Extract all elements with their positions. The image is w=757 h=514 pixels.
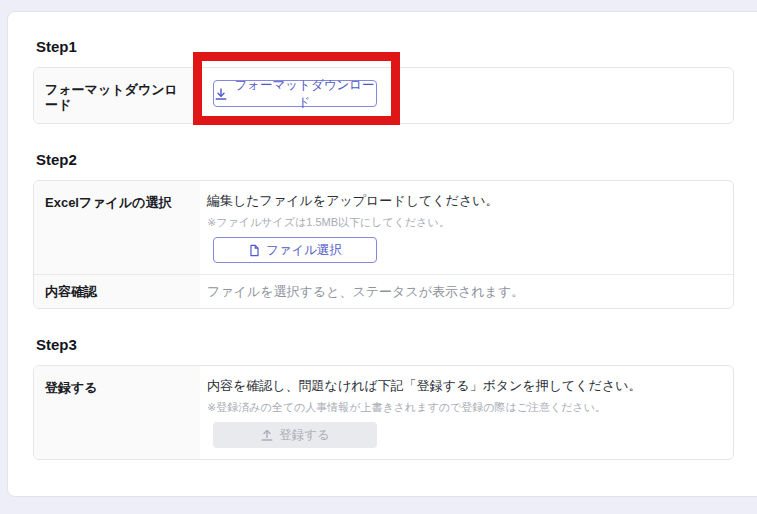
table-row: 内容確認 ファイルを選択すると、ステータスが表示されます。	[34, 274, 733, 308]
file-select-button[interactable]: ファイル選択	[213, 237, 377, 263]
overwrite-warning-note: ※登録済みの全ての人事情報が上書きされますので登録の際はご注意ください。	[207, 400, 725, 414]
content-card: Step1 フォーマットダウンロード フォーマットダウンロード	[7, 11, 757, 497]
section-step1: Step1 フォーマットダウンロード フォーマットダウンロード	[33, 38, 742, 124]
table-row: 登録する 内容を確認し、問題なければ下記「登録する」ボタンを押してください。 ※…	[34, 366, 733, 459]
format-download-button[interactable]: フォーマットダウンロード	[213, 80, 377, 107]
button-label: ファイル選択	[266, 242, 342, 259]
row-content: 内容を確認し、問題なければ下記「登録する」ボタンを押してください。 ※登録済みの…	[200, 366, 733, 459]
upload-instruction-text: 編集したファイルをアップロードしてください。	[207, 192, 725, 210]
file-size-note: ※ファイルサイズは1.5MB以下にしてください。	[207, 215, 725, 229]
file-icon	[248, 244, 261, 257]
section-step2: Step2 Excelファイルの選択 編集したファイルをアップロードしてください…	[33, 151, 742, 309]
step1-table: フォーマットダウンロード フォーマットダウンロード	[33, 67, 734, 124]
step3-table: 登録する 内容を確認し、問題なければ下記「登録する」ボタンを押してください。 ※…	[33, 365, 734, 460]
register-instruction-text: 内容を確認し、問題なければ下記「登録する」ボタンを押してください。	[207, 377, 725, 395]
step1-heading: Step1	[36, 38, 742, 55]
status-placeholder-text: ファイルを選択すると、ステータスが表示されます。	[207, 284, 725, 299]
row-label-excel-file-select: Excelファイルの選択	[34, 181, 200, 274]
row-label-format-download: フォーマットダウンロード	[34, 68, 200, 123]
step3-heading: Step3	[36, 336, 742, 353]
step2-table: Excelファイルの選択 編集したファイルをアップロードしてください。 ※ファイ…	[33, 180, 734, 309]
button-label: フォーマットダウンロード	[233, 77, 376, 111]
section-step3: Step3 登録する 内容を確認し、問題なければ下記「登録する」ボタンを押してく…	[33, 336, 742, 460]
upload-icon	[260, 428, 274, 442]
row-content: 編集したファイルをアップロードしてください。 ※ファイルサイズは1.5MB以下に…	[200, 181, 733, 274]
download-icon	[214, 87, 228, 101]
step2-heading: Step2	[36, 151, 742, 168]
row-content: ファイルを選択すると、ステータスが表示されます。	[200, 275, 733, 308]
table-row: フォーマットダウンロード フォーマットダウンロード	[34, 68, 733, 123]
row-content: フォーマットダウンロード	[200, 68, 733, 123]
row-label-register: 登録する	[34, 366, 200, 459]
table-row: Excelファイルの選択 編集したファイルをアップロードしてください。 ※ファイ…	[34, 181, 733, 274]
register-button[interactable]: 登録する	[213, 422, 377, 448]
button-label: 登録する	[279, 427, 330, 444]
row-label-content-confirm: 内容確認	[34, 275, 200, 308]
